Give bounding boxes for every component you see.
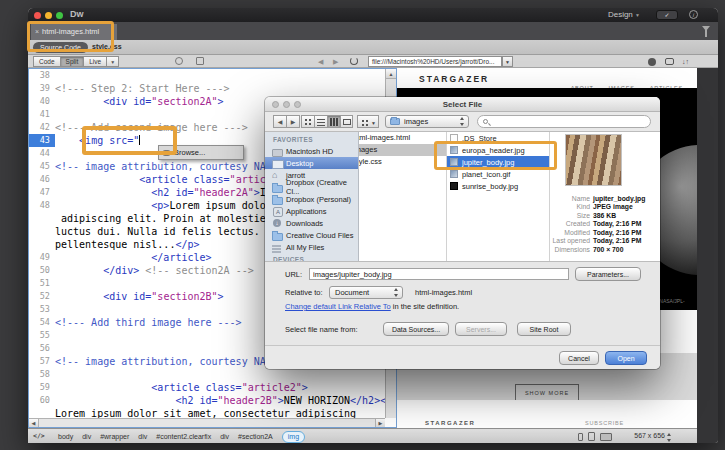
dialog-close-button[interactable] — [272, 101, 279, 108]
dialog-title-bar[interactable]: Select File — [265, 97, 660, 112]
document-url-field[interactable]: file:///Macintosh%20HD/Users/jarrott/Dro… — [368, 56, 502, 67]
back-icon[interactable]: ◀ — [318, 58, 323, 66]
file-item[interactable]: .DS_Store — [447, 132, 549, 144]
code-view-button[interactable]: Code — [33, 56, 60, 67]
browse-code-hint[interactable]: Browse... — [158, 145, 244, 160]
code-navigator-icon[interactable]: </> — [33, 432, 45, 440]
file-item[interactable]: html-images.html — [359, 132, 446, 144]
tag-selector-item-img[interactable]: img — [282, 431, 305, 443]
split-view-button[interactable]: Split — [60, 56, 84, 67]
tag-selector-item-wrapper[interactable]: #wrapper — [100, 432, 129, 442]
scroll-right-icon[interactable]: ▶ — [375, 419, 385, 427]
location-dropdown[interactable]: images — [385, 115, 469, 128]
workspace-dropdown[interactable]: Design ▼ — [608, 10, 640, 19]
workspace-switcher-icon[interactable]: ✓ — [656, 10, 678, 20]
icon-view-button[interactable] — [301, 115, 314, 128]
sidebar-item-all-my-files[interactable]: All My Files — [265, 241, 358, 253]
folder-icon — [272, 183, 282, 192]
code-line[interactable]: 38 — [29, 69, 385, 82]
url-dropdown-icon[interactable]: ▼ — [502, 56, 513, 67]
parameters-button[interactable]: Parameters... — [575, 267, 641, 281]
list-view-button[interactable] — [314, 115, 327, 128]
file-item[interactable]: jupiter_body.jpg — [447, 156, 549, 168]
code-line[interactable]: 58 — [29, 368, 385, 381]
code-token — [55, 174, 139, 185]
code-line[interactable]: 39<!--- Step 2: Start Here ---> — [29, 82, 385, 95]
file-management-icon[interactable] — [665, 58, 674, 65]
file-item[interactable]: planet_icon.gif — [447, 168, 549, 180]
source-code-button[interactable]: Source Code — [33, 42, 88, 53]
validate-icon[interactable] — [175, 57, 183, 65]
sidebar-item-downloads[interactable]: Downloads — [265, 217, 358, 229]
filter-icon[interactable] — [702, 26, 710, 31]
file-item[interactable]: europa_header.jpg — [447, 144, 549, 156]
view-switcher — [301, 115, 353, 128]
file-item[interactable]: sunrise_body.jpg — [447, 180, 549, 192]
file-info-row: CreatedToday, 2:16 PM — [550, 220, 660, 229]
preview-browser-icon[interactable] — [648, 58, 656, 66]
text-cursor — [139, 135, 140, 145]
forward-icon[interactable]: ▶ — [286, 115, 300, 128]
close-window-button[interactable] — [34, 12, 41, 19]
mobile-preview-icon[interactable] — [578, 433, 583, 441]
tablet-preview-icon[interactable] — [588, 432, 595, 441]
sidebar-item-dropbox-creative-cl[interactable]: Dropbox (Creative Cl... — [265, 181, 358, 193]
title-bar[interactable]: Dw Design ▼ ✓ i — [28, 8, 718, 22]
sidebar-item-desktop[interactable]: Desktop — [265, 157, 358, 169]
tag-selector-item-div[interactable]: div — [220, 432, 229, 442]
site-root-button[interactable]: Site Root — [517, 322, 571, 336]
file-item[interactable]: style.css — [359, 156, 446, 168]
file-status-icon[interactable] — [196, 57, 204, 65]
relative-to-dropdown[interactable]: Document — [329, 286, 403, 299]
preview-site-header: STARGAZER ABOUTIMAGESARTICLES — [397, 68, 697, 88]
scroll-left-icon[interactable]: ◀ — [29, 419, 39, 427]
forward-icon[interactable]: ▶ — [333, 58, 338, 66]
dialog-minimize-button[interactable] — [283, 101, 290, 108]
tab-html-images[interactable]: ×html-images.html — [31, 24, 117, 40]
window-size-stepper-icon[interactable] — [667, 433, 672, 442]
tag-selector-item-content2clearfix[interactable]: #content2.clearfix — [156, 432, 211, 442]
info-icon[interactable]: i — [689, 10, 698, 19]
tag-selector-item-body[interactable]: body — [58, 432, 73, 442]
live-view-dropdown-icon[interactable]: ▼ — [106, 56, 119, 67]
coverflow-view-button[interactable] — [340, 115, 353, 128]
file-item-label: jupiter_body.jpg — [462, 158, 514, 167]
search-field[interactable] — [477, 115, 651, 128]
servers-button[interactable]: Servers... — [455, 322, 507, 336]
code-line[interactable]: 60 <h2 id="header2B">NEW HORIZON</h2><p> — [29, 394, 385, 407]
sidebar-item-creative-cloud-files[interactable]: Creative Cloud Files — [265, 229, 358, 241]
file-info-label: Kind — [550, 203, 593, 210]
desktop-preview-icon[interactable] — [600, 433, 612, 441]
show-more-button[interactable]: SHOW MORE — [515, 384, 579, 401]
tag-selector-item-div[interactable]: div — [138, 432, 147, 442]
live-view-button[interactable]: Live — [83, 56, 106, 67]
site-definition-note: Change default Link Relative To in the s… — [285, 302, 459, 311]
scroll-up-icon[interactable]: ▲ — [386, 69, 396, 79]
code-line[interactable]: Lorem ipsum dolor sit amet, consectetur … — [29, 407, 385, 418]
action-menu-button[interactable]: ▼ — [357, 115, 379, 128]
zoom-window-button[interactable] — [56, 12, 63, 19]
collapsed-panel-dock[interactable] — [697, 68, 718, 443]
tag-selector-item-div[interactable]: div — [82, 432, 91, 442]
file-item[interactable]: images — [359, 144, 446, 156]
code-line[interactable]: 59 <article class="article2"> — [29, 381, 385, 394]
dialog-zoom-button[interactable] — [294, 101, 301, 108]
cancel-button[interactable]: Cancel — [559, 351, 599, 365]
tag-selector-item-section2A[interactable]: #section2A — [238, 432, 273, 442]
sidebar-item-dropbox-personal[interactable]: Dropbox (Personal) — [265, 193, 358, 205]
window-size-indicator[interactable]: 567 x 656 — [634, 432, 665, 439]
url-input[interactable] — [309, 268, 569, 280]
related-file-stylecss[interactable]: style.css — [92, 43, 122, 50]
sidebar-item-applications[interactable]: Applications — [265, 205, 358, 217]
data-sources-button[interactable]: Data Sources... — [383, 322, 449, 336]
change-link-relative-link[interactable]: Change default Link Relative To — [285, 302, 391, 311]
horizontal-scrollbar[interactable]: ◀ ▶ — [29, 418, 385, 427]
open-button[interactable]: Open — [605, 351, 647, 365]
back-icon[interactable]: ◀ — [273, 115, 287, 128]
minimize-window-button[interactable] — [45, 12, 52, 19]
sidebar-item-macintosh-hd[interactable]: Macintosh HD — [265, 145, 358, 157]
refresh-icon[interactable] — [350, 57, 358, 65]
get-put-arrows-icon[interactable]: ↓↑ — [682, 58, 689, 66]
column-view-button[interactable] — [327, 115, 340, 128]
close-tab-icon[interactable]: × — [35, 28, 39, 35]
